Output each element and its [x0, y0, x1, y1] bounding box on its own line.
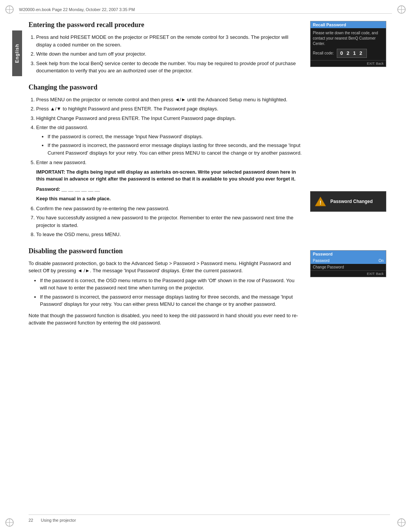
- section-changing-password: Changing the password Press MENU on the …: [29, 83, 390, 241]
- password-menu-row-1: Password On: [311, 257, 386, 264]
- password-changed-box: ! Password Changed: [310, 191, 386, 212]
- corner-mark-br: [396, 517, 407, 528]
- svg-text:!: !: [320, 200, 322, 206]
- header-bar: W20000-en.book Page 22 Monday, October 2…: [19, 7, 392, 14]
- footer-text: Using the projector: [41, 518, 76, 522]
- password-field: Password: __ __ __ __ __ __: [36, 186, 303, 193]
- recall-image-column: Recall Password Please write down the re…: [310, 21, 390, 78]
- changing-bullet-1: If the password is correct, the message …: [48, 133, 303, 141]
- recall-box-footer: EXIT: Back: [311, 60, 386, 67]
- recall-code-value: 0 2 1 2: [337, 49, 367, 58]
- password-menu-box: Password Password On Change Password EXI…: [310, 250, 386, 277]
- page-number: 22: [29, 518, 33, 522]
- changing-step-7: You have successfully assigned a new pas…: [36, 214, 303, 229]
- recall-box-header: Recall Password: [311, 21, 386, 28]
- corner-mark-tr: [396, 4, 407, 15]
- section-disabling-password: Disabling the password function To disab…: [29, 247, 390, 329]
- password-menu-header: Password: [311, 251, 386, 257]
- disabling-bullet-2: If the password is incorrect, the passwo…: [40, 293, 303, 308]
- important-note: IMPORTANT: The digits being input will d…: [36, 169, 303, 183]
- corner-mark-tl: [4, 4, 15, 15]
- changing-image-column: ! Password Changed: [310, 96, 390, 241]
- recall-code-row: Recall code: 0 2 1 2: [313, 49, 384, 58]
- main-content: Entering the password recall procedure P…: [29, 21, 390, 513]
- page-footer: 22 Using the projector: [29, 514, 390, 522]
- section-password-recall: Entering the password recall procedure P…: [29, 21, 390, 78]
- changing-heading: Changing the password: [29, 83, 390, 91]
- disabling-note: Note that though the password function i…: [29, 312, 303, 327]
- changing-bullets: If the password is correct, the message …: [48, 133, 303, 157]
- changing-bullet-2: If the password is incorrect, the passwo…: [48, 142, 303, 157]
- header-text: W20000-en.book Page 22 Monday, October 2…: [19, 7, 135, 12]
- disabling-heading: Disabling the password function: [29, 247, 303, 255]
- warning-icon: !: [314, 196, 327, 207]
- corner-mark-bl: [4, 517, 15, 528]
- disabling-text: Disabling the password function To disab…: [29, 247, 303, 329]
- changing-step-4: Enter the old password. If the password …: [36, 124, 303, 157]
- keep-manual: Keep this manual in a safe place.: [36, 195, 303, 203]
- changing-step-1: Press MENU on the projector or remote co…: [36, 96, 303, 104]
- changing-step-8: To leave the OSD menu, press MENU.: [36, 231, 303, 238]
- changing-text: Press MENU on the projector or remote co…: [29, 96, 303, 241]
- password-menu-footer: EXIT: Back: [311, 270, 386, 277]
- disabling-image-column: Password Password On Change Password EXI…: [310, 247, 390, 329]
- changing-step-5: Enter a new password. IMPORTANT: The dig…: [36, 159, 303, 203]
- changing-step-3: Highlight Change Password and press ENTE…: [36, 115, 303, 122]
- recall-heading: Entering the password recall procedure: [29, 21, 303, 29]
- password-menu-row-2: Change Password: [311, 264, 386, 270]
- recall-box-body: Please write down the recall code, and c…: [311, 28, 386, 60]
- disabling-bullets: If the password is correct, the OSD menu…: [40, 277, 303, 308]
- recall-text: Entering the password recall procedure P…: [29, 21, 303, 78]
- disabling-bullet-1: If the password is correct, the OSD menu…: [40, 277, 303, 292]
- recall-steps: Press and hold PRESET MODE on the projec…: [36, 34, 303, 75]
- changing-step-2: Press ▲/▼ to highlight Password and pres…: [36, 105, 303, 113]
- changing-step-6: Confirm the new password by re-entering …: [36, 205, 303, 212]
- sidebar-tab: English: [12, 30, 22, 76]
- disabling-intro: To disable password protection, go back …: [29, 260, 303, 275]
- recall-step-3: Seek help from the local BenQ service ce…: [36, 60, 303, 75]
- sidebar-label: English: [14, 44, 20, 63]
- changing-steps: Press MENU on the projector or remote co…: [36, 96, 303, 238]
- password-changed-label: Password Changed: [330, 199, 373, 204]
- recall-step-1: Press and hold PRESET MODE on the projec…: [36, 34, 303, 48]
- recall-password-box: Recall Password Please write down the re…: [310, 21, 386, 67]
- recall-step-2: Write down the number and turn off your …: [36, 50, 303, 58]
